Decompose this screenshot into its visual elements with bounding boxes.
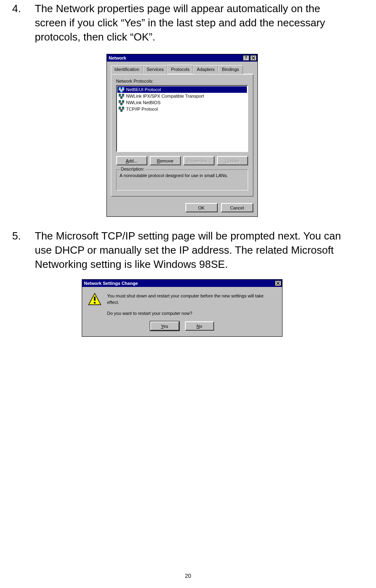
description-text: A nonroutable protocol designed for use … [120,173,244,178]
close-icon[interactable] [275,280,281,286]
list-item[interactable]: TCP/IP Protocol [117,106,247,112]
svg-rect-7 [121,97,122,98]
svg-rect-2 [122,88,124,89]
restart-dialog-title: Network Settings Change [83,281,274,286]
close-icon[interactable] [250,55,257,61]
ok-button[interactable]: OK [185,203,218,212]
step-4-text: The Network properties page will appear … [35,2,352,44]
restart-message-line1: You must shut down and restart your comp… [107,293,276,306]
restart-dialog-titlebar[interactable]: Network Settings Change [82,280,282,287]
svg-rect-6 [122,94,124,96]
svg-rect-15 [121,110,122,111]
protocol-icon [118,100,125,105]
list-item-label: NetBEUI Protocol [126,87,161,92]
svg-rect-14 [122,107,124,109]
description-group: Description: A nonroutable protocol desi… [116,169,248,190]
step-4: 4. The Network properties page will appe… [12,2,352,44]
svg-rect-5 [119,94,121,96]
network-dialog-titlebar[interactable]: Network ? [107,54,257,62]
svg-rect-13 [119,107,121,109]
tab-services[interactable]: Services [143,65,167,74]
help-icon[interactable]: ? [243,55,249,61]
tab-adapters[interactable]: Adapters [193,65,218,74]
protocols-list-label: Network Protocols: [116,79,248,83]
page-number: 20 [0,573,376,579]
svg-rect-17 [94,297,96,301]
warning-icon [88,293,102,306]
step-5: 5. The Microsoft TCP/IP setting page wil… [12,229,352,272]
tab-strip: Identification Services Protocols Adapte… [111,65,253,74]
list-item[interactable]: NetBEUI Protocol [117,86,247,93]
description-label: Description: [120,167,146,171]
svg-rect-3 [121,90,122,92]
remove-button[interactable]: Remove [150,156,181,165]
protocols-listbox[interactable]: NetBEUI Protocol NWLink IPX/SPX Compatib… [116,85,248,152]
add-button[interactable]: Add... [116,156,147,165]
svg-rect-1 [119,88,121,89]
network-dialog: Network ? Identification Services Protoc… [106,54,258,217]
step-5-text: The Microsoft TCP/IP setting page will b… [35,229,352,272]
step-5-number: 5. [12,229,35,272]
protocol-icon [118,106,125,112]
tab-identification[interactable]: Identification [111,65,143,74]
tab-bindings[interactable]: Bindings [218,65,242,74]
cancel-button[interactable]: Cancel [221,203,253,212]
restart-message-line2: Do you want to restart your computer now… [107,310,276,317]
svg-rect-9 [119,100,121,102]
list-item[interactable]: NWLink IPX/SPX Compatible Transport [117,93,247,99]
tab-protocols[interactable]: Protocols [167,65,193,74]
yes-button[interactable]: Yes [150,321,179,331]
list-item-label: NWLink IPX/SPX Compatible Transport [126,94,204,98]
svg-rect-10 [122,100,124,102]
list-item-label: NWLink NetBIOS [126,100,161,105]
properties-button[interactable]: Properties... [183,156,215,165]
protocols-panel: Network Protocols: NetBEUI Protocol NWLi… [111,74,253,197]
no-button[interactable]: No [185,321,214,331]
protocol-icon [118,93,125,99]
svg-rect-11 [121,103,122,105]
update-button[interactable]: Update [217,156,248,165]
list-item-label: TCP/IP Protocol [126,107,158,111]
step-4-number: 4. [12,2,35,44]
svg-rect-18 [94,302,96,304]
protocol-icon [118,87,125,92]
restart-dialog: Network Settings Change You must shut do… [82,279,283,337]
network-dialog-title: Network [108,56,242,60]
list-item[interactable]: NWLink NetBIOS [117,99,247,106]
